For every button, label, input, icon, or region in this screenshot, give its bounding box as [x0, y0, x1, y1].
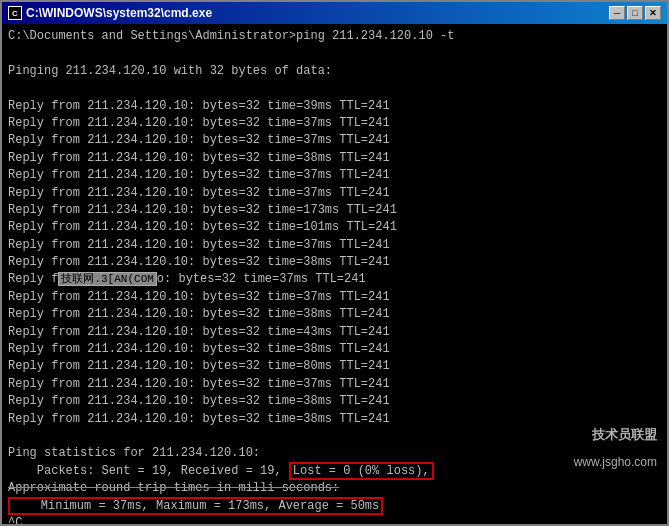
pinging-line: Pinging 211.234.120.10 with 32 bytes of … — [8, 63, 661, 80]
reply-18: Reply from 211.234.120.10: bytes=32 time… — [8, 393, 661, 410]
control-c: ^C — [8, 515, 661, 524]
approximate-line: Approximate round trip times in milli-se… — [8, 480, 661, 497]
reply-5: Reply from 211.234.120.10: bytes=32 time… — [8, 167, 661, 184]
title-buttons: ─ □ ✕ — [609, 6, 661, 20]
reply-4: Reply from 211.234.120.10: bytes=32 time… — [8, 150, 661, 167]
reply-1: Reply from 211.234.120.10: bytes=32 time… — [8, 98, 661, 115]
reply-3: Reply from 211.234.120.10: bytes=32 time… — [8, 132, 661, 149]
packets-highlight: Lost = 0 (0% loss), — [289, 462, 434, 480]
packets-line: Packets: Sent = 19, Received = 19, Lost … — [8, 463, 661, 480]
close-button[interactable]: ✕ — [645, 6, 661, 20]
reply-2: Reply from 211.234.120.10: bytes=32 time… — [8, 115, 661, 132]
prompt-top: C:\Documents and Settings\Administrator>… — [8, 28, 661, 45]
reply-7: Reply from 211.234.120.10: bytes=32 time… — [8, 202, 661, 219]
terminal-content: C:\Documents and Settings\Administrator>… — [2, 24, 667, 524]
window-title: C:\WINDOWS\system32\cmd.exe — [26, 6, 212, 20]
reply-11-overlay: Reply f技联网.3[AN(COMo: bytes=32 time=37ms… — [8, 271, 661, 288]
reply-19: Reply from 211.234.120.10: bytes=32 time… — [8, 411, 661, 428]
cmd-icon: C — [8, 6, 22, 20]
reply-9: Reply from 211.234.120.10: bytes=32 time… — [8, 237, 661, 254]
reply-6: Reply from 211.234.120.10: bytes=32 time… — [8, 185, 661, 202]
reply-14: Reply from 211.234.120.10: bytes=32 time… — [8, 324, 661, 341]
reply-8: Reply from 211.234.120.10: bytes=32 time… — [8, 219, 661, 236]
cmd-window: C C:\WINDOWS\system32\cmd.exe ─ □ ✕ C:\D… — [0, 0, 669, 526]
reply-17: Reply from 211.234.120.10: bytes=32 time… — [8, 376, 661, 393]
reply-10: Reply from 211.234.120.10: bytes=32 time… — [8, 254, 661, 271]
watermark1: 技术员联盟 — [592, 426, 657, 444]
blank-3 — [8, 428, 661, 445]
maximize-button[interactable]: □ — [627, 6, 643, 20]
stats-header: Ping statistics for 211.234.120.10: — [8, 445, 661, 462]
reply-15: Reply from 211.234.120.10: bytes=32 time… — [8, 341, 661, 358]
minmax-line: Minimum = 37ms, Maximum = 173ms, Average… — [8, 498, 661, 515]
title-bar: C C:\WINDOWS\system32\cmd.exe ─ □ ✕ — [2, 2, 667, 24]
reply-12: Reply from 211.234.120.10: bytes=32 time… — [8, 289, 661, 306]
blank-1 — [8, 45, 661, 62]
title-bar-left: C C:\WINDOWS\system32\cmd.exe — [8, 6, 212, 20]
blank-2 — [8, 80, 661, 97]
reply-13: Reply from 211.234.120.10: bytes=32 time… — [8, 306, 661, 323]
minmax-highlight: Minimum = 37ms, Maximum = 173ms, Average… — [8, 497, 383, 515]
reply-16: Reply from 211.234.120.10: bytes=32 time… — [8, 358, 661, 375]
minimize-button[interactable]: ─ — [609, 6, 625, 20]
watermark2: www.jsgho.com — [574, 455, 657, 469]
